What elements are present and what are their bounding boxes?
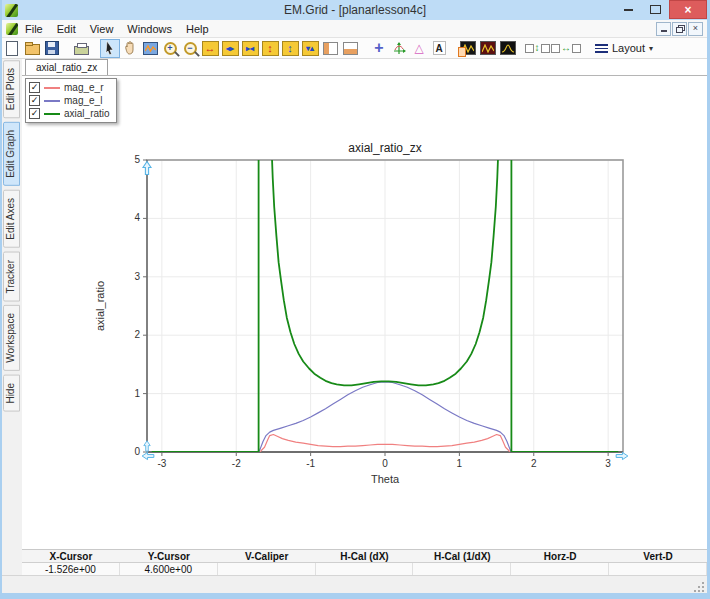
print-button[interactable] (71, 39, 91, 58)
axis-handle-left-icon[interactable] (142, 452, 154, 459)
split-vertical-button[interactable] (320, 39, 340, 58)
zoom-out-icon: − (184, 42, 197, 55)
sidebar-tab-edit-axes[interactable]: Edit Axes (3, 190, 20, 248)
readout-header-x-cursor: X-Cursor (22, 550, 120, 563)
split-horizontal-button[interactable] (340, 39, 360, 58)
sidebar-tab-edit-plots[interactable]: Edit Plots (3, 60, 20, 118)
layout-icon (595, 44, 608, 53)
readout-header-h-cal-dx-: H-Cal (dX) (316, 550, 414, 563)
y-tick-label: 2 (134, 329, 140, 340)
zoom-window-button[interactable] (140, 39, 160, 58)
chart-area[interactable]: -3-2-10123012345axial_ratio_zxThetaaxial… (90, 140, 660, 499)
legend-line-sample (44, 87, 60, 89)
zoom-window-icon (143, 42, 158, 55)
invert-graph-button[interactable] (478, 39, 498, 58)
expand-y-button[interactable]: ↕ (260, 39, 280, 58)
print-icon (74, 46, 89, 55)
tab-axial-ratio-zx[interactable]: axial_ratio_zx (25, 59, 108, 75)
chevron-down-icon: ▾ (649, 44, 653, 53)
zoom-in-button[interactable]: + (160, 39, 180, 58)
legend-item-axial_ratio[interactable]: ✓axial_ratio (29, 107, 110, 120)
stretch-y-button[interactable]: ↕ (280, 39, 300, 58)
menu-edit[interactable]: Edit (50, 22, 83, 36)
legend-checkbox[interactable]: ✓ (29, 82, 40, 93)
export-graph-button[interactable] (498, 39, 518, 58)
axes-tool-button[interactable] (389, 39, 409, 58)
chart-svg[interactable]: -3-2-10123012345axial_ratio_zxThetaaxial… (90, 140, 660, 495)
axis-handle-origin-icon[interactable] (144, 441, 150, 451)
text-label-icon: A (433, 41, 446, 55)
fit-width-icon: ↔ (551, 43, 581, 53)
save-button[interactable] (42, 39, 62, 58)
readout-header-h-cal-1-dx-: H-Cal (1/dX) (413, 550, 511, 563)
fit-height-button[interactable]: ↕ (527, 39, 547, 58)
stretch-x-icon: ◂▸ (222, 41, 239, 56)
y-axis-label: axial_ratio (94, 281, 106, 331)
plot-canvas[interactable]: ✓mag_e_r✓mag_e_l✓axial_ratio -3-2-101230… (22, 75, 707, 549)
mdi-minimize-button[interactable] (656, 22, 671, 36)
x-tick-label: 1 (457, 458, 463, 469)
caliper-triangle-icon: △ (414, 41, 423, 55)
menu-view[interactable]: View (83, 22, 121, 36)
copy-graph-button[interactable] (458, 39, 478, 58)
fit-height-icon: ↕ (525, 43, 550, 53)
stretch-x-button[interactable]: ◂▸ (220, 39, 240, 58)
toolbar: +−↔◂▸▸◂↕↕▾▴+△A↕↔Layout▾ (2, 38, 707, 59)
y-tick-label: 5 (134, 154, 140, 165)
sidebar-tab-edit-graph[interactable]: Edit Graph (3, 122, 20, 186)
menu-file[interactable]: File (18, 22, 50, 36)
zoom-out-button[interactable]: − (180, 39, 200, 58)
shrink-y-button[interactable]: ▾▴ (300, 39, 320, 58)
title-bar[interactable]: EM.Grid - [planarlesson4c] × (0, 0, 710, 20)
expand-x-button[interactable]: ↔ (200, 39, 220, 58)
x-tick-label: -1 (306, 458, 315, 469)
maximize-button[interactable] (642, 0, 669, 19)
sidebar-tab-hide[interactable]: Hide (3, 375, 20, 412)
legend-checkbox[interactable]: ✓ (29, 95, 40, 106)
sidebar-tab-tracker[interactable]: Tracker (3, 252, 20, 302)
cursor-readout-table: X-CursorY-CursorV-CaliperH-Cal (dX)H-Cal… (22, 549, 707, 575)
x-tick-label: 2 (531, 458, 537, 469)
legend-checkbox[interactable]: ✓ (29, 108, 40, 119)
pointer-button[interactable] (100, 39, 120, 58)
crosshair-button[interactable]: + (369, 39, 389, 58)
resize-grip-icon[interactable] (694, 582, 704, 592)
document-logo-icon[interactable] (6, 23, 18, 35)
readout-header-horz-d: Horz-D (511, 550, 609, 563)
open-button[interactable] (22, 39, 42, 58)
invert-graph-icon (480, 41, 496, 55)
mdi-controls: × (656, 22, 703, 36)
tab-strip: axial_ratio_zx (22, 58, 707, 76)
y-tick-label: 4 (134, 212, 140, 223)
new-button[interactable] (2, 39, 22, 58)
legend-item-mag_e_l[interactable]: ✓mag_e_l (29, 94, 110, 107)
save-icon (45, 41, 59, 55)
text-label-button[interactable]: A (429, 39, 449, 58)
mdi-restore-button[interactable] (672, 22, 687, 36)
axis-handle-top-icon[interactable] (143, 162, 151, 175)
mdi-restore-icon (676, 27, 683, 33)
shrink-x-icon: ▸◂ (242, 41, 259, 56)
menu-windows[interactable]: Windows (120, 22, 179, 36)
minimize-icon (624, 9, 633, 11)
fit-width-button[interactable]: ↔ (556, 39, 576, 58)
minimize-button[interactable] (615, 0, 642, 19)
mdi-close-button[interactable]: × (688, 22, 703, 36)
mdi-close-icon: × (693, 24, 698, 33)
axis-handle-right-icon[interactable] (616, 452, 628, 459)
caliper-triangle-button[interactable]: △ (409, 39, 429, 58)
sidebar: Edit PlotsEdit GraphEdit AxesTrackerWork… (2, 58, 22, 575)
maximize-icon (650, 5, 661, 14)
sidebar-tab-workspace[interactable]: Workspace (3, 305, 20, 371)
x-tick-label: -2 (232, 458, 241, 469)
y-tick-label: 0 (134, 446, 140, 457)
pan-button[interactable] (120, 39, 140, 58)
layout-button[interactable]: Layout▾ (588, 39, 660, 58)
window-controls: × (615, 0, 707, 19)
shrink-y-icon: ▾▴ (302, 41, 319, 56)
menu-help[interactable]: Help (179, 22, 216, 36)
expand-x-icon: ↔ (202, 41, 219, 56)
shrink-x-button[interactable]: ▸◂ (240, 39, 260, 58)
legend-item-mag_e_r[interactable]: ✓mag_e_r (29, 81, 110, 94)
close-button[interactable]: × (669, 0, 707, 19)
